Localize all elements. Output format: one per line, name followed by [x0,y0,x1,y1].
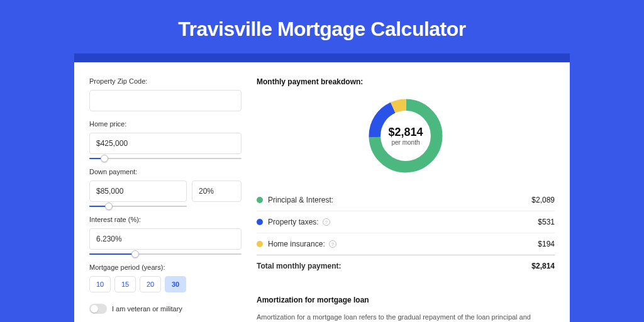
calculator-card: Property Zip Code: Home price: Down paym… [74,62,570,322]
page-title: Travisville Mortgage Calculator [0,0,644,53]
legend-row-total: Total monthly payment: $2,814 [257,255,555,277]
period-label: Mortgage period (years): [89,264,242,271]
legend-row-principal: Principal & Interest: $2,089 [257,189,555,211]
veteran-toggle[interactable] [89,304,107,314]
slider-thumb[interactable] [101,155,108,162]
dot-icon [257,241,263,247]
home-price-input[interactable] [89,133,242,154]
inputs-column: Property Zip Code: Home price: Down paym… [89,77,242,322]
donut-amount: $2,814 [388,126,423,139]
interest-label: Interest rate (%): [89,216,242,223]
legend-label: Property taxes:? [268,218,538,226]
dot-icon [257,219,263,225]
slider-thumb[interactable] [131,250,139,258]
period-option-15[interactable]: 15 [114,276,136,292]
info-icon[interactable]: ? [323,218,330,226]
amortization-title: Amortization for mortgage loan [257,296,555,304]
interest-slider[interactable] [89,253,242,255]
dot-icon [257,197,263,203]
down-payment-slider[interactable] [89,206,187,207]
legend-label: Principal & Interest: [268,196,531,204]
down-payment-group: Down payment: [89,168,242,207]
toggle-knob [91,305,98,313]
interest-input[interactable] [89,228,242,250]
donut-center: $2,814 per month [388,126,423,146]
legend-value: $194 [538,240,555,248]
interest-group: Interest rate (%): [89,216,242,255]
zip-group: Property Zip Code: [89,77,242,111]
zip-label: Property Zip Code: [89,77,242,85]
donut-sub: per month [388,139,423,146]
home-price-slider[interactable] [89,158,242,159]
legend-label: Home insurance:? [268,240,538,248]
home-price-group: Home price: [89,120,242,159]
down-payment-amount-input[interactable] [89,180,187,202]
zip-input[interactable] [89,90,242,111]
legend-row-insurance: Home insurance:? $194 [257,233,555,255]
period-option-10[interactable]: 10 [89,276,111,292]
veteran-row: I am veteran or military [89,304,242,314]
info-icon[interactable]: ? [329,240,336,248]
slider-thumb[interactable] [105,203,113,210]
legend-row-taxes: Property taxes:? $531 [257,211,555,233]
legend-value: $2,089 [531,196,555,204]
period-group: Mortgage period (years): 10 15 20 30 [89,264,242,292]
period-option-30[interactable]: 30 [165,276,186,292]
home-price-label: Home price: [89,120,242,128]
total-value: $2,814 [531,262,555,270]
veteran-label: I am veteran or military [112,305,182,313]
period-options: 10 15 20 30 [89,276,242,292]
legend-value: $531 [538,218,555,226]
donut-chart: $2,814 per month [257,95,555,177]
down-payment-percent-input[interactable] [192,180,242,202]
amortization-section: Amortization for mortgage loan Amortizat… [257,293,555,322]
legend: Principal & Interest: $2,089 Property ta… [257,189,555,277]
total-label: Total monthly payment: [257,262,531,270]
breakdown-title: Monthly payment breakdown: [257,77,555,86]
period-option-20[interactable]: 20 [140,276,161,292]
results-column: Monthly payment breakdown: $2,814 per mo… [257,77,555,322]
amortization-text: Amortization for a mortgage loan refers … [257,312,555,322]
down-payment-label: Down payment: [89,168,242,175]
